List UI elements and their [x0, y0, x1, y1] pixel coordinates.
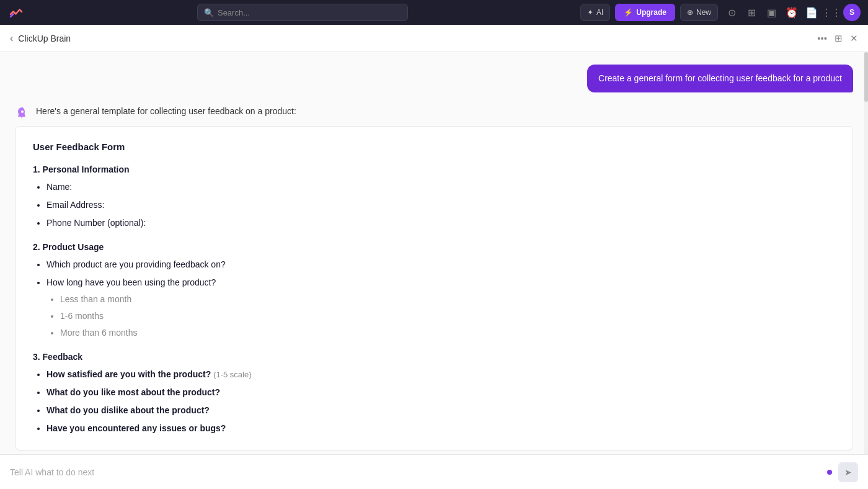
send-icon: ➤	[844, 467, 852, 477]
user-message-text: Create a general form for collecting use…	[598, 73, 842, 83]
list-item: Phone Number (optional):	[46, 217, 835, 230]
section-1-heading: 1. Personal Information	[33, 164, 835, 174]
apps-icon[interactable]: ⋮⋮	[825, 6, 838, 19]
more-options-icon[interactable]: •••	[817, 33, 827, 43]
back-button[interactable]: ‹	[10, 33, 13, 44]
grid-icon[interactable]: ⊞	[745, 6, 759, 19]
scrollbar[interactable]	[864, 52, 868, 454]
app-logo[interactable]	[7, 4, 25, 21]
secondbar: ‹ ClickUp Brain ••• ⊞ ✕	[0, 25, 868, 52]
list-item: Less than a month	[60, 293, 835, 306]
section-1-list: Name: Email Address: Phone Number (optio…	[33, 181, 835, 230]
svg-point-0	[21, 110, 24, 113]
document-icon[interactable]: 📄	[805, 6, 818, 19]
user-message-wrap: Create a general form for collecting use…	[0, 52, 868, 99]
ai-content-box: User Feedback Form 1. Personal Informati…	[15, 126, 853, 451]
video-icon[interactable]: ▣	[765, 6, 779, 19]
section-2-list: Which product are you providing feedback…	[33, 258, 835, 339]
brain-title: ClickUp Brain	[18, 34, 71, 43]
upgrade-icon: ⚡	[624, 8, 633, 17]
form-title: User Feedback Form	[33, 141, 835, 152]
close-icon[interactable]: ✕	[850, 33, 858, 44]
new-label: New	[696, 8, 711, 17]
alarm-icon[interactable]: ⏰	[785, 6, 799, 19]
ai-sparkle-icon: ✦	[587, 8, 593, 17]
list-item: Name:	[46, 181, 835, 194]
status-icon[interactable]: ⊙	[725, 6, 739, 19]
new-button[interactable]: ⊕ New	[680, 4, 718, 21]
upgrade-button[interactable]: ⚡ Upgrade	[615, 4, 675, 21]
ai-button[interactable]: ✦ AI	[580, 4, 610, 21]
secondbar-actions: ••• ⊞ ✕	[817, 33, 858, 44]
user-avatar[interactable]: S	[843, 4, 861, 21]
avatar-initials: S	[849, 8, 854, 17]
new-icon: ⊕	[687, 8, 693, 17]
ai-intro-text: Here's a general template for collecting…	[36, 105, 296, 118]
ai-button-label: AI	[596, 8, 603, 17]
list-item: What do you dislike about the product?	[46, 404, 835, 417]
section-3-list: How satisfied are you with the product? …	[33, 368, 835, 435]
list-item: 1-6 months	[60, 310, 835, 323]
topbar-icons: ⊙ ⊞ ▣ ⏰ 📄 ⋮⋮	[725, 6, 838, 19]
list-item: How satisfied are you with the product? …	[46, 368, 835, 381]
section-2-heading: 2. Product Usage	[33, 242, 835, 252]
input-dot-icon	[827, 470, 832, 475]
section-3-heading: 3. Feedback	[33, 352, 835, 362]
upgrade-label: Upgrade	[636, 8, 666, 17]
expand-icon[interactable]: ⊞	[835, 33, 843, 44]
main-content: Create a general form for collecting use…	[0, 52, 868, 454]
page-wrapper: 🔍 ✦ AI ⚡ Upgrade ⊕ New ⊙ ⊞ ▣ ⏰ 📄 ⋮⋮ S ‹	[0, 0, 868, 489]
sub-list: Less than a month 1-6 months More than 6…	[46, 293, 835, 339]
ai-response-header: Here's a general template for collecting…	[15, 105, 853, 121]
list-item: Email Address:	[46, 199, 835, 212]
ai-response-wrap: Here's a general template for collecting…	[0, 99, 868, 454]
scroll-thumb[interactable]	[864, 52, 868, 102]
list-item: How long have you been using the product…	[46, 276, 835, 339]
list-item: Which product are you providing feedback…	[46, 258, 835, 271]
list-item: What do you like most about the product?	[46, 386, 835, 399]
ai-input[interactable]	[10, 467, 821, 477]
send-button[interactable]: ➤	[838, 462, 858, 482]
list-item: More than 6 months	[60, 326, 835, 339]
ai-brain-icon	[15, 106, 30, 121]
list-item: Have you encountered any issues or bugs?	[46, 422, 835, 435]
search-icon: 🔍	[204, 8, 214, 17]
search-input[interactable]	[218, 8, 401, 17]
search-bar[interactable]: 🔍	[197, 4, 408, 21]
input-bar: ➤	[0, 454, 868, 489]
user-message-bubble: Create a general form for collecting use…	[587, 65, 853, 92]
topbar: 🔍 ✦ AI ⚡ Upgrade ⊕ New ⊙ ⊞ ▣ ⏰ 📄 ⋮⋮ S	[0, 0, 868, 25]
